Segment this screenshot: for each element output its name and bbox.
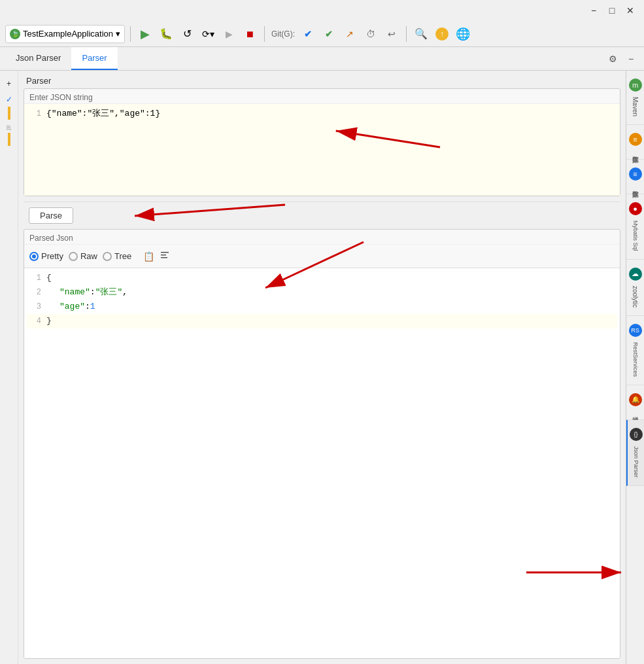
- panel-heading: Parser: [24, 76, 620, 86]
- run-button[interactable]: ▶: [136, 25, 154, 43]
- git-check1[interactable]: ✔: [299, 25, 317, 43]
- output-section-wrapper: Parsed Json Pretty Raw: [24, 229, 620, 659]
- format-button[interactable]: [158, 249, 171, 264]
- radio-tree-circle: [103, 252, 112, 261]
- yellow-bar-2: [8, 133, 10, 146]
- git-history[interactable]: ⏱: [362, 25, 380, 43]
- sidebar-item-mybatis[interactable]: ● Mybatis Sql: [626, 194, 644, 260]
- json-input-area[interactable]: 1 {"name":"张三","age":1}: [24, 104, 620, 196]
- add-icon: +: [7, 79, 11, 88]
- sidebar-item-db1[interactable]: ≡ 数据库: [626, 125, 644, 160]
- stop-button[interactable]: ⏹: [241, 25, 259, 43]
- output-section: Parsed Json Pretty Raw: [24, 229, 620, 659]
- parse-button[interactable]: Parse: [29, 207, 73, 224]
- radio-group: Pretty Raw Tree: [29, 251, 131, 261]
- upload-button[interactable]: ↑: [433, 25, 451, 43]
- tab-parser[interactable]: Parser: [71, 47, 117, 70]
- app-selector[interactable]: 🍃 TestExampleApplication ▾: [5, 25, 125, 43]
- val-age: 1: [90, 302, 95, 311]
- json-output-content: 1 { 2 "name":"张三", 3 "age":1: [24, 268, 620, 331]
- git-check2[interactable]: ✔: [320, 25, 338, 43]
- tab-json-parser[interactable]: Json Parser: [5, 47, 71, 70]
- zoolytic-icon: ☁: [629, 268, 642, 281]
- out-line-num-3: 3: [27, 300, 46, 314]
- play-button[interactable]: ▶: [220, 25, 238, 43]
- sidebar-item-db2[interactable]: ≡ 数据库: [626, 160, 644, 194]
- maximize-button[interactable]: □: [603, 4, 620, 17]
- tab-json-parser-label: Json Parser: [16, 53, 61, 63]
- maven-icon: m: [629, 79, 642, 92]
- tab-actions: ⚙ −: [605, 47, 644, 70]
- toolbar-sep-2: [264, 26, 265, 42]
- sidebar-item-restservices[interactable]: RS RestServices: [626, 316, 644, 385]
- minimize-button[interactable]: −: [585, 4, 602, 17]
- globe-button[interactable]: 🌐: [454, 25, 472, 43]
- radio-pretty-label: Pretty: [41, 251, 63, 261]
- comma-1: ,: [122, 287, 127, 297]
- main-layout: + ✓ at Parser Enter JSON string 1 {"name…: [0, 71, 644, 664]
- sidebar-item-maven[interactable]: m Maven: [626, 71, 644, 125]
- toolbar-sep-3: [406, 26, 407, 42]
- key-name: "name": [59, 287, 90, 297]
- colon-2: :: [85, 302, 90, 311]
- refresh-button[interactable]: ↺: [178, 25, 196, 43]
- notify-icon: 🔔: [629, 393, 642, 406]
- svg-rect-6: [161, 257, 167, 258]
- radio-pretty[interactable]: Pretty: [29, 251, 63, 261]
- input-section-wrapper: Enter JSON string 1 {"name":"张三","age":1…: [24, 88, 620, 201]
- format-icon: [160, 250, 170, 260]
- radio-tree[interactable]: Tree: [103, 251, 131, 261]
- mybatis-icon: ●: [629, 202, 642, 215]
- output-line-4: 4 }: [27, 314, 617, 328]
- key-age: "age": [59, 302, 85, 311]
- app-icon: 🍃: [10, 29, 20, 39]
- toolbar-sep-1: [130, 26, 131, 42]
- input-line-1: 1 {"name":"张三","age":1}: [27, 107, 617, 121]
- input-section: Enter JSON string 1 {"name":"张三","age":1…: [24, 88, 620, 196]
- close-button[interactable]: ✕: [622, 4, 639, 17]
- radio-pretty-circle: [29, 252, 39, 261]
- yellow-bar: [8, 107, 10, 120]
- maven-label: Maven: [632, 97, 639, 116]
- rest-icon: RS: [629, 324, 642, 337]
- radio-raw-circle: [69, 252, 78, 261]
- input-section-label: Enter JSON string: [24, 89, 620, 104]
- db2-icon: ≡: [629, 167, 642, 181]
- radio-raw[interactable]: Raw: [69, 251, 97, 261]
- val-name: "张三": [95, 287, 123, 297]
- rest-label: RestServices: [632, 342, 639, 377]
- svg-rect-5: [161, 254, 166, 256]
- output-line-3: 3 "age":1: [27, 300, 617, 314]
- sidebar-item-notify[interactable]: 🔔 通知: [626, 385, 644, 420]
- git-revert[interactable]: ↩: [382, 25, 401, 43]
- sidebar-add[interactable]: +: [1, 76, 17, 92]
- out-content-2: "name":"张三",: [46, 285, 617, 300]
- zoolytic-label: zoolytic: [632, 286, 639, 307]
- output-actions: 📋: [142, 249, 171, 264]
- output-header: Pretty Raw Tree 📋: [24, 245, 620, 268]
- output-section-label: Parsed Json: [24, 230, 620, 245]
- json-output-area: 1 { 2 "name":"张三", 3 "age":1: [24, 268, 620, 658]
- line-num-1: 1: [27, 107, 46, 121]
- settings-button[interactable]: ⚙: [605, 51, 620, 67]
- output-line-2: 2 "name":"张三",: [27, 285, 617, 300]
- output-line-1: 1 {: [27, 271, 617, 285]
- radio-raw-label: Raw: [80, 251, 97, 261]
- git-label: Git(G):: [271, 29, 295, 39]
- mybatis-label: Mybatis Sql: [632, 220, 639, 251]
- radio-tree-label: Tree: [114, 251, 131, 261]
- tab-minimize-button[interactable]: −: [623, 51, 639, 67]
- app-name: TestExampleApplication: [23, 29, 113, 39]
- sidebar-item-zoolytic[interactable]: ☁ zoolytic: [626, 260, 644, 316]
- check-icon: ✓: [6, 95, 12, 104]
- search-button[interactable]: 🔍: [412, 25, 430, 43]
- git-push[interactable]: ↗: [341, 25, 359, 43]
- dropdown-run-button[interactable]: ⟳▾: [199, 25, 217, 43]
- copy-button[interactable]: 📋: [142, 249, 156, 264]
- out-line-num-1: 1: [27, 271, 46, 285]
- content-area: Parser Enter JSON string 1 {"name":"张三",…: [18, 71, 626, 664]
- out-content-4: }: [46, 314, 617, 328]
- out-content-1: {: [46, 271, 617, 285]
- debug-button[interactable]: 🐛: [157, 25, 175, 43]
- sidebar-item-json-parser[interactable]: {} Json Parser: [626, 420, 644, 486]
